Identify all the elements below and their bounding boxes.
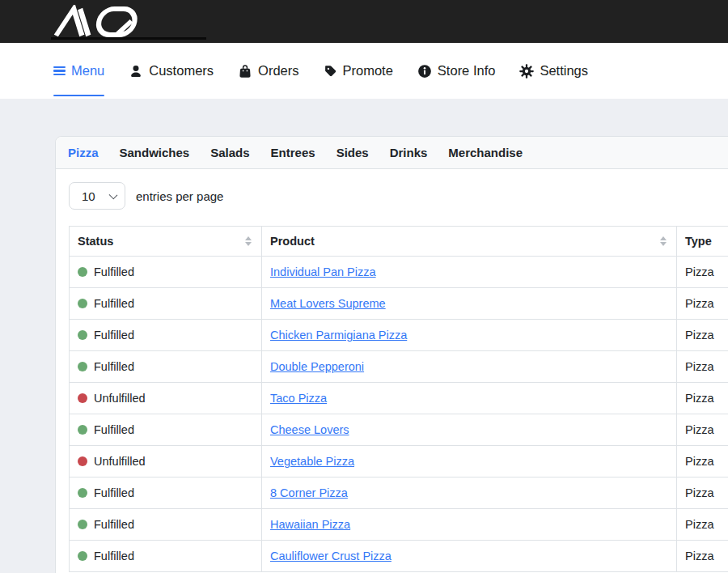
column-header-product[interactable]: Product xyxy=(262,227,677,257)
nav-item-label: Promote xyxy=(343,63,393,79)
status-cell: Fulfilled xyxy=(70,257,262,288)
nav-item-orders[interactable]: Orders xyxy=(238,43,298,99)
type-cell: Pizza xyxy=(677,446,728,478)
person-icon xyxy=(129,64,143,79)
status-dot xyxy=(78,362,87,371)
product-link[interactable]: Meat Lovers Supreme xyxy=(270,297,386,310)
status-dot xyxy=(78,330,87,340)
type-cell: Pizza xyxy=(677,414,728,446)
type-cell: Pizza xyxy=(677,509,728,541)
table-row: Fulfilled Chicken Parmigiana Pizza Pizza xyxy=(70,320,728,351)
nav-item-label: Customers xyxy=(149,63,214,79)
nav-item-store-info[interactable]: Store Info xyxy=(417,43,496,99)
column-header-type[interactable]: Type xyxy=(677,227,728,257)
table-row: Fulfilled Hawaiian Pizza Pizza xyxy=(70,509,728,541)
product-link[interactable]: Hawaiian Pizza xyxy=(270,518,350,531)
status-cell: Fulfilled xyxy=(70,288,262,320)
nav-item-menu[interactable]: Menu xyxy=(53,43,104,99)
hamburger-icon xyxy=(53,64,66,78)
page-size-select-wrap: 10 xyxy=(69,182,125,210)
status-text: Fulfilled xyxy=(94,518,134,531)
type-cell: Pizza xyxy=(677,541,728,572)
nav-item-label: Store Info xyxy=(438,63,496,79)
product-link[interactable]: Chicken Parmigiana Pizza xyxy=(270,329,407,342)
tab-sides[interactable]: Sides xyxy=(336,146,369,159)
page-size-select[interactable]: 10 xyxy=(69,182,125,210)
product-cell: Double Pepperoni xyxy=(262,351,677,383)
page-size-label: entries per page xyxy=(136,189,223,203)
table-row: Unfulfilled Vegetable Pizza Pizza xyxy=(70,446,728,478)
nav-item-label: Menu xyxy=(71,63,104,79)
nav-item-label: Orders xyxy=(258,63,298,79)
status-cell: Unfulfilled xyxy=(70,383,262,414)
product-cell: Chicken Parmigiana Pizza xyxy=(262,320,677,351)
status-cell: Fulfilled xyxy=(70,509,262,541)
table-row: Unfulfilled Taco Pizza Pizza xyxy=(70,383,728,414)
products-table: Status Product xyxy=(69,226,728,572)
product-link[interactable]: Cauliflower Crust Pizza xyxy=(270,550,392,562)
product-link[interactable]: Double Pepperoni xyxy=(270,360,364,373)
product-cell: Cauliflower Crust Pizza xyxy=(262,541,677,572)
status-text: Fulfilled xyxy=(94,550,134,562)
bag-icon xyxy=(238,64,252,79)
status-cell: Fulfilled xyxy=(70,320,262,351)
status-cell: Fulfilled xyxy=(70,541,262,572)
nav-item-promote[interactable]: Promote xyxy=(324,43,393,99)
product-cell: Hawaiian Pizza xyxy=(262,509,677,541)
gear-icon xyxy=(519,64,534,79)
status-text: Fulfilled xyxy=(94,423,134,436)
status-dot xyxy=(78,267,87,277)
column-header-status[interactable]: Status xyxy=(70,227,262,257)
brand-logo[interactable] xyxy=(52,5,142,39)
nav-item-settings[interactable]: Settings xyxy=(519,43,588,99)
column-label: Product xyxy=(270,235,315,248)
table-row: Fulfilled Double Pepperoni Pizza xyxy=(70,351,728,383)
product-cell: Meat Lovers Supreme xyxy=(262,288,677,320)
product-cell: Taco Pizza xyxy=(262,383,677,414)
product-cell: 8 Corner Pizza xyxy=(262,478,677,509)
type-cell: Pizza xyxy=(677,478,728,509)
nav-item-customers[interactable]: Customers xyxy=(129,43,214,99)
tab-pizza[interactable]: Pizza xyxy=(68,146,99,159)
page-background: Pizza Sandwiches Salads Entrees Sides Dr… xyxy=(0,99,728,573)
status-dot xyxy=(78,488,87,498)
column-label: Type xyxy=(685,235,712,248)
info-icon xyxy=(417,64,432,79)
brand-logo-icon xyxy=(52,5,142,39)
column-label: Status xyxy=(78,235,113,248)
logo-underline xyxy=(51,37,206,40)
tab-salads[interactable]: Salads xyxy=(210,146,249,159)
app-header xyxy=(0,0,728,43)
product-cell: Vegetable Pizza xyxy=(262,446,677,478)
type-cell: Pizza xyxy=(677,288,728,320)
status-text: Fulfilled xyxy=(94,329,134,342)
table-header-row: Status Product xyxy=(70,227,728,257)
status-text: Fulfilled xyxy=(94,360,134,373)
status-cell: Fulfilled xyxy=(70,414,262,446)
sort-icon xyxy=(245,236,252,246)
nav-item-label: Settings xyxy=(540,63,588,79)
status-dot xyxy=(78,393,87,403)
table-row: Fulfilled 8 Corner Pizza Pizza xyxy=(70,478,728,509)
product-link[interactable]: Vegetable Pizza xyxy=(270,455,354,468)
type-cell: Pizza xyxy=(677,257,728,288)
product-link[interactable]: Taco Pizza xyxy=(270,392,327,405)
product-cell: Individual Pan Pizza xyxy=(262,257,677,288)
type-cell: Pizza xyxy=(677,320,728,351)
tab-entrees[interactable]: Entrees xyxy=(271,146,315,159)
tab-merchandise[interactable]: Merchandise xyxy=(448,146,523,159)
main-nav: Menu Customers Orders Promote xyxy=(0,43,728,99)
tab-drinks[interactable]: Drinks xyxy=(390,146,428,159)
status-dot xyxy=(78,551,87,561)
app-window: Menu Customers Orders Promote xyxy=(0,0,728,573)
product-link[interactable]: Cheese Lovers xyxy=(270,423,349,436)
product-link[interactable]: 8 Corner Pizza xyxy=(270,486,348,499)
product-link[interactable]: Individual Pan Pizza xyxy=(270,265,376,278)
tab-sandwiches[interactable]: Sandwiches xyxy=(120,146,190,159)
table-row: Fulfilled Meat Lovers Supreme Pizza xyxy=(70,288,728,320)
status-text: Unfulfilled xyxy=(94,455,146,468)
status-text: Fulfilled xyxy=(94,486,134,499)
card-body: 10 entries per page Status xyxy=(56,169,728,573)
category-tabs: Pizza Sandwiches Salads Entrees Sides Dr… xyxy=(56,137,728,169)
menu-card: Pizza Sandwiches Salads Entrees Sides Dr… xyxy=(55,136,728,573)
